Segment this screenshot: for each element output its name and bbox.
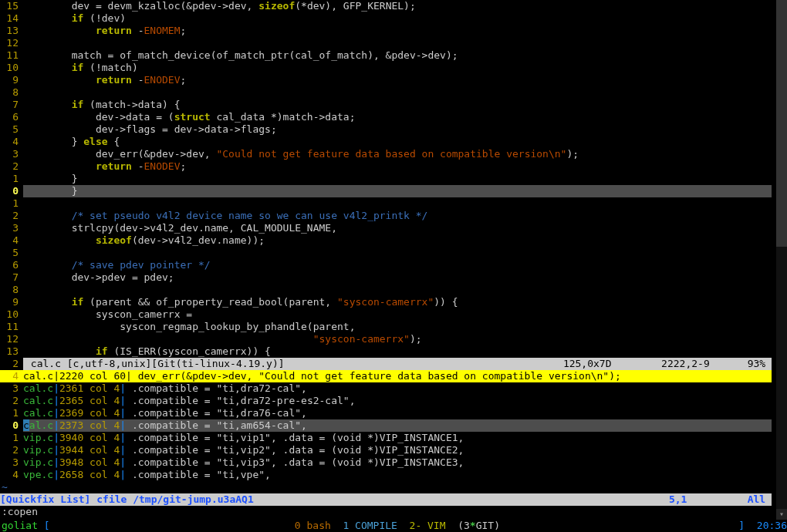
gutter-relnum: 6 xyxy=(0,111,23,123)
code-text: /* set pseudo v4l2 device name so we can… xyxy=(23,210,772,222)
code-line[interactable]: 7 if (match->data) { xyxy=(0,99,772,111)
code-line[interactable]: 2 return -ENODEV; xyxy=(0,160,772,173)
code-line[interactable]: 8 xyxy=(0,86,772,99)
gutter-relnum: 3 xyxy=(0,382,23,395)
code-line[interactable]: 4 } else { xyxy=(0,136,772,148)
quickfix-item[interactable]: 3vip.c|3948 col 4| .compatible = "ti,vip… xyxy=(0,456,772,469)
code-line[interactable]: 3 dev_err(&pdev->dev, "Could not get fea… xyxy=(0,148,772,160)
code-text: dev = devm_kzalloc(&pdev->dev, sizeof(*d… xyxy=(23,0,772,12)
code-line[interactable]: 10 if (!match) xyxy=(0,62,772,74)
code-line[interactable]: 13 return -ENOMEM; xyxy=(0,25,772,37)
code-text: dev->data = (struct cal_data *)match->da… xyxy=(23,111,772,123)
quickfix-item[interactable]: 1cal.c|2369 col 4| .compatible = "ti,dra… xyxy=(0,407,772,419)
code-text: syscon_camerrx = xyxy=(23,308,772,321)
scrollbar-down-icon[interactable]: ▾ xyxy=(776,509,787,520)
code-text xyxy=(23,247,772,259)
code-line[interactable]: 4 sizeof(dev->v4l2_dev.name)); xyxy=(0,234,772,247)
gutter-relnum: 2 xyxy=(0,358,23,370)
gutter-relnum: 4 xyxy=(0,234,23,247)
code-text: } xyxy=(23,173,772,185)
tmux-window-0[interactable]: 0 bash xyxy=(282,520,331,532)
command-line[interactable]: :copen xyxy=(0,506,772,518)
code-line[interactable]: 9 if (parent && of_property_read_bool(pa… xyxy=(0,296,772,308)
code-line[interactable]: 6 /* save pdev pointer */ xyxy=(0,259,772,271)
gutter-relnum: 6 xyxy=(0,259,23,271)
code-area[interactable]: 15 dev = devm_kzalloc(&pdev->dev, sizeof… xyxy=(0,0,772,518)
gutter-relnum: 13 xyxy=(0,345,23,358)
gutter-relnum: 12 xyxy=(0,333,23,345)
quickfix-item[interactable]: 4cal.c|2220 col 60| dev_err(&pdev->dev, … xyxy=(0,370,772,382)
tmux-window-1[interactable]: 1 COMPILE xyxy=(331,520,397,532)
quickfix-item[interactable]: 2vip.c|3944 col 4| .compatible = "ti,vip… xyxy=(0,444,772,456)
code-line[interactable]: 6 dev->data = (struct cal_data *)match->… xyxy=(0,111,772,123)
code-line[interactable]: 12 "syscon-camerrx"); xyxy=(0,333,772,345)
gutter-relnum: 10 xyxy=(0,62,23,74)
code-text: /* save pdev pointer */ xyxy=(23,259,772,271)
quickfix-item[interactable]: 0cal.c|2373 col 4| .compatible = "ti,am6… xyxy=(0,419,772,432)
quickfix-item[interactable]: 2cal.c|2365 col 4| .compatible = "ti,dra… xyxy=(0,395,772,407)
code-line[interactable]: 11 match = of_match_device(of_match_ptr(… xyxy=(0,49,772,62)
code-text: dev->flags = dev->data->flags; xyxy=(23,123,772,136)
code-line[interactable]: 9 return -ENODEV; xyxy=(0,74,772,86)
qf-cfile: cfile /tmp/git-jump.u3aAQ1 xyxy=(96,493,254,506)
terminal[interactable]: 15 dev = devm_kzalloc(&pdev->dev, sizeof… xyxy=(0,0,787,532)
code-line[interactable]: 5 xyxy=(0,247,772,259)
tmux-window-3-active[interactable]: (3*GIT) xyxy=(446,520,500,532)
quickfix-item[interactable]: 3cal.c|2361 col 4| .compatible = "ti,dra… xyxy=(0,382,772,395)
quickfix-item[interactable]: 4vpe.c|2658 col 4| .compatible = "ti,vpe… xyxy=(0,469,772,481)
code-text: dev_err(&pdev->dev, "Could not get featu… xyxy=(23,148,772,160)
code-text xyxy=(23,197,772,210)
tmux-window-2[interactable]: 2- VIM xyxy=(397,520,446,532)
code-line[interactable]: 12 xyxy=(0,37,772,49)
tmux-clock: 20:36 xyxy=(745,520,787,532)
code-line[interactable]: 7 dev->pdev = pdev; xyxy=(0,271,772,284)
code-text: dev->pdev = pdev; xyxy=(23,271,772,284)
gutter-relnum: 7 xyxy=(0,271,23,284)
scrollbar[interactable]: ▾ xyxy=(773,0,787,520)
gutter-relnum: 2 xyxy=(0,210,23,222)
status-percent: 93% xyxy=(746,358,772,370)
code-line[interactable]: 1 xyxy=(0,197,772,210)
gutter-relnum: 14 xyxy=(0,12,23,25)
gutter-relnum: 1 xyxy=(0,197,23,210)
gutter-relnum: 1 xyxy=(0,173,23,185)
empty-line-tilde: ~ xyxy=(0,481,772,493)
gutter-relnum: 11 xyxy=(0,49,23,62)
code-text: if (IS_ERR(syscon_camerrx)) { xyxy=(23,345,772,358)
scrollbar-thumb[interactable] xyxy=(776,0,787,247)
code-line[interactable]: 11 syscon_regmap_lookup_by_phandle(paren… xyxy=(0,321,772,333)
code-text: syscon_regmap_lookup_by_phandle(parent, xyxy=(23,321,772,333)
gutter-relnum: 9 xyxy=(0,296,23,308)
code-text: match = of_match_device(of_match_ptr(cal… xyxy=(23,49,772,62)
code-line[interactable]: 1 } xyxy=(0,173,772,185)
code-line[interactable]: 13 if (IS_ERR(syscon_camerrx)) { xyxy=(0,345,772,358)
gutter-relnum: 5 xyxy=(0,123,23,136)
gutter-relnum: 9 xyxy=(0,74,23,86)
code-text: return -ENOMEM; xyxy=(23,25,772,37)
code-line[interactable]: 15 dev = devm_kzalloc(&pdev->dev, sizeof… xyxy=(0,0,772,12)
code-line[interactable]: 0 } xyxy=(0,185,772,197)
status-filename: cal.c [c,utf-8,unix][Git(ti-linux-4.19.y… xyxy=(23,358,285,370)
code-text: strlcpy(dev->v4l2_dev.name, CAL_MODULE_N… xyxy=(23,222,772,234)
code-text: } xyxy=(23,185,772,197)
gutter-relnum: 8 xyxy=(0,86,23,99)
qf-title: [Quickfix List] xyxy=(0,493,96,506)
status-charcode: 125,0x7D xyxy=(562,358,660,370)
gutter-relnum: 2 xyxy=(0,395,23,407)
code-line[interactable]: 2 /* set pseudo v4l2 device name so we c… xyxy=(0,210,772,222)
gutter-relnum: 4 xyxy=(0,469,23,481)
code-line[interactable]: 5 dev->flags = dev->data->flags; xyxy=(0,123,772,136)
code-line[interactable]: 14 if (!dev) xyxy=(0,12,772,25)
quickfix-item[interactable]: 1vip.c|3940 col 4| .compatible = "ti,vip… xyxy=(0,432,772,444)
gutter-relnum: 5 xyxy=(0,247,23,259)
code-text: if (!dev) xyxy=(23,12,772,25)
code-line[interactable]: 3 strlcpy(dev->v4l2_dev.name, CAL_MODULE… xyxy=(0,222,772,234)
code-line[interactable]: 10 syscon_camerrx = xyxy=(0,308,772,321)
code-text: "syscon-camerrx"); xyxy=(23,333,772,345)
gutter-relnum: 4 xyxy=(0,136,23,148)
gutter-relnum: 11 xyxy=(0,321,23,333)
code-line[interactable]: 8 xyxy=(0,284,772,296)
gutter-relnum: 2 xyxy=(0,160,23,173)
gutter-relnum: 4 xyxy=(0,370,23,382)
code-text xyxy=(23,86,772,99)
